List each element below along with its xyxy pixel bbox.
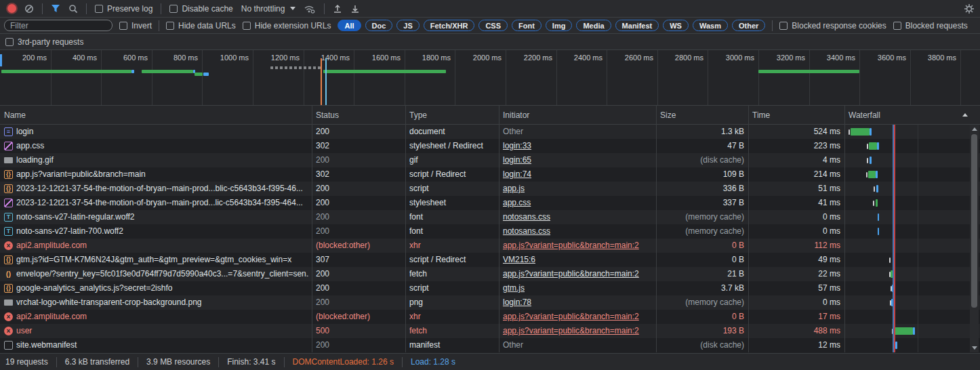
filter-pill-font[interactable]: Font <box>512 20 542 31</box>
initiator-link[interactable]: login:78 <box>503 297 531 307</box>
overview-tick-label: 3000 ms <box>706 54 754 62</box>
initiator-link[interactable]: app.js?variant=public&branch=main:2 <box>503 241 639 250</box>
initiator-link[interactable]: app.js?variant=public&branch=main:2 <box>503 312 639 321</box>
checkbox[interactable] <box>243 22 251 30</box>
initiator-link[interactable]: notosans.css <box>503 212 550 222</box>
column-header-time[interactable]: Time <box>748 106 844 125</box>
record-icon[interactable] <box>7 4 16 13</box>
filter-pill-all[interactable]: All <box>338 20 361 31</box>
request-name-cell[interactable]: loading.gif <box>0 153 309 167</box>
filter-pill-img[interactable]: Img <box>546 20 573 31</box>
initiator-link[interactable]: app.js?variant=public&branch=main:2 <box>503 269 639 279</box>
column-header-initiator[interactable]: Initiator <box>499 106 656 125</box>
request-name-cell[interactable]: Tnoto-sans-v27-latin-regular.woff2 <box>0 210 309 224</box>
third-party-requests-checkbox[interactable]: 3rd-party requests <box>5 37 83 47</box>
checkbox[interactable] <box>166 22 174 30</box>
clear-icon[interactable] <box>24 4 34 14</box>
filter-pill-doc[interactable]: Doc <box>365 20 393 31</box>
vertical-scrollbar[interactable] <box>970 125 979 352</box>
scroll-down-icon[interactable] <box>972 346 977 350</box>
request-row[interactable]: app.css302stylesheet / Redirectlogin:334… <box>0 139 980 153</box>
request-name-cell[interactable]: ×user <box>0 324 309 338</box>
export-har-icon[interactable] <box>350 4 360 14</box>
checkbox[interactable] <box>95 5 103 13</box>
request-name-cell[interactable]: app.css <box>0 139 309 153</box>
request-row[interactable]: 2023-12-12t21-37-54-the-motion-of-bryan-… <box>0 196 980 210</box>
checkbox[interactable] <box>169 5 178 13</box>
settings-gear-icon[interactable] <box>964 3 975 14</box>
initiator-link[interactable]: app.js <box>503 184 525 193</box>
request-name-cell[interactable]: ×api2.amplitude.com <box>0 310 309 324</box>
request-name-cell[interactable]: vrchat-logo-white-transparent-crop-backg… <box>0 295 309 310</box>
filter-pill-other[interactable]: Other <box>732 20 765 31</box>
filter-pill-manifest[interactable]: Manifest <box>615 20 659 31</box>
column-header-type[interactable]: Type <box>405 106 499 125</box>
filter-pill-wasm[interactable]: Wasm <box>693 20 728 31</box>
network-conditions-icon[interactable] <box>304 4 316 14</box>
scrollbar-thumb[interactable] <box>971 134 977 308</box>
request-row[interactable]: Tnoto-sans-v27-latin-regular.woff2200fon… <box>0 210 980 224</box>
checkbox[interactable] <box>5 38 14 46</box>
filter-input[interactable] <box>4 20 113 31</box>
filter-icon[interactable] <box>51 4 60 13</box>
request-row[interactable]: {}google-analytics_analytics.js?secret=2… <box>0 281 980 295</box>
initiator-link[interactable]: login:33 <box>503 141 531 150</box>
request-name-cell[interactable]: ×api2.amplitude.com <box>0 239 309 253</box>
initiator-link[interactable]: login:65 <box>503 155 531 165</box>
request-row[interactable]: {}app.js?variant=public&branch=main302sc… <box>0 167 980 182</box>
filter-pill-css[interactable]: CSS <box>478 20 508 31</box>
column-header-name[interactable]: Name <box>0 106 312 125</box>
hide-extension-urls-checkbox[interactable]: Hide extension URLs <box>243 21 331 30</box>
request-row[interactable]: ×api2.amplitude.com(blocked:other)xhrapp… <box>0 239 980 253</box>
initiator-link[interactable]: VM215:6 <box>503 255 535 264</box>
request-name-cell[interactable]: {}app.js?variant=public&branch=main <box>0 167 309 182</box>
hide-data-urls-checkbox[interactable]: Hide data URLs <box>166 21 236 30</box>
scroll-up-icon[interactable] <box>972 127 977 131</box>
initiator-link[interactable]: notosans.css <box>503 226 550 236</box>
request-row[interactable]: loading.gif200giflogin:65(disk cache)4 m… <box>0 153 980 167</box>
checkbox[interactable] <box>893 22 901 30</box>
request-name-cell[interactable]: {}2023-12-12t21-37-54-the-motion-of-brya… <box>0 182 309 196</box>
blocked-requests-checkbox[interactable]: Blocked requests <box>893 21 968 30</box>
overview-tick-label: 3400 ms <box>807 54 855 62</box>
initiator-link[interactable]: app.js?variant=public&branch=main:2 <box>503 326 639 335</box>
request-row[interactable]: Tnoto-sans-v27-latin-700.woff2200fontnot… <box>0 224 980 239</box>
throttling-select[interactable]: No throttling <box>241 4 296 14</box>
initiator-link[interactable]: gtm.js <box>503 283 525 293</box>
request-row[interactable]: ()envelope/?sentry_key=5fc01f3e0d764ff79… <box>0 267 980 281</box>
column-header-status[interactable]: Status <box>312 106 405 125</box>
request-name-cell[interactable]: ≡login <box>0 125 309 139</box>
filter-pill-fetch-xhr[interactable]: Fetch/XHR <box>424 20 475 31</box>
filter-pill-media[interactable]: Media <box>576 20 611 31</box>
initiator-link[interactable]: login:74 <box>503 169 531 179</box>
request-name-cell[interactable]: {}google-analytics_analytics.js?secret=2… <box>0 281 309 295</box>
request-row[interactable]: site.webmanifest200manifestOther(disk ca… <box>0 338 980 352</box>
request-name-cell[interactable]: Tnoto-sans-v27-latin-700.woff2 <box>0 224 309 239</box>
request-row[interactable]: vrchat-logo-white-transparent-crop-backg… <box>0 295 980 310</box>
search-icon[interactable] <box>68 4 78 14</box>
blocked-response-cookies-checkbox[interactable]: Blocked response cookies <box>779 21 886 30</box>
type-cell: script / Redirect <box>409 167 496 182</box>
checkbox[interactable] <box>119 22 127 30</box>
initiator-link[interactable]: app.css <box>503 198 531 207</box>
checkbox[interactable] <box>779 22 788 30</box>
request-row[interactable]: {}2023-12-12t21-37-54-the-motion-of-brya… <box>0 182 980 196</box>
overview-timeline[interactable]: 200 ms400 ms600 ms800 ms1000 ms1200 ms14… <box>0 50 980 106</box>
request-name-cell[interactable]: 2023-12-12t21-37-54-the-motion-of-bryan-… <box>0 196 309 210</box>
preserve-log-checkbox[interactable]: Preserve log <box>95 4 152 14</box>
import-har-icon[interactable] <box>333 4 342 14</box>
request-name-cell[interactable]: {}gtm.js?id=GTM-K7M6N24J&gtm_auth=&gtm_p… <box>0 253 309 267</box>
invert-checkbox[interactable]: Invert <box>119 21 152 30</box>
waterfall-bar <box>895 342 897 349</box>
request-row[interactable]: ×api2.amplitude.com(blocked:other)xhrapp… <box>0 310 980 324</box>
filter-pill-ws[interactable]: WS <box>663 20 689 31</box>
disable-cache-checkbox[interactable]: Disable cache <box>169 4 232 14</box>
column-header-waterfall[interactable]: Waterfall <box>844 106 980 125</box>
request-row[interactable]: ≡login200documentOther1.3 kB524 ms <box>0 125 980 139</box>
request-row[interactable]: ×user500fetchapp.js?variant=public&branc… <box>0 324 980 338</box>
request-name-cell[interactable]: ()envelope/?sentry_key=5fc01f3e0d764ff79… <box>0 267 309 281</box>
column-header-size[interactable]: Size <box>656 106 748 125</box>
request-row[interactable]: {}gtm.js?id=GTM-K7M6N24J&gtm_auth=&gtm_p… <box>0 253 980 267</box>
filter-pill-js[interactable]: JS <box>396 20 419 31</box>
request-name-cell[interactable]: site.webmanifest <box>0 338 309 352</box>
